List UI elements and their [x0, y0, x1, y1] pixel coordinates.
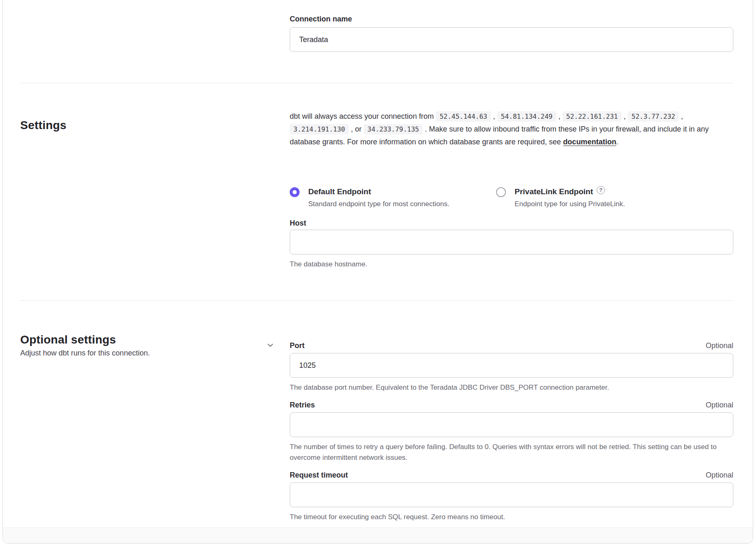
retries-input[interactable] — [290, 412, 733, 437]
port-helper-text: The database port number. Equivalent to … — [290, 382, 735, 393]
retries-label-row: Retries Optional — [290, 401, 733, 410]
host-helper-text: The database hostname. — [290, 259, 735, 270]
optional-settings-subtitle: Adjust how dbt runs for this connection. — [20, 349, 150, 358]
port-input[interactable] — [290, 353, 733, 378]
optional-badge: Optional — [706, 341, 733, 350]
ip-address-chip: 3.214.191.130 — [290, 124, 349, 134]
request-timeout-input[interactable] — [290, 482, 733, 507]
port-label-row: Port Optional — [290, 341, 733, 350]
section-divider — [20, 83, 733, 83]
default-endpoint-description: Standard endpoint type for most connecti… — [308, 199, 449, 209]
settings-section-title: Settings — [20, 119, 66, 132]
ip-access-note: dbt will always access your connection f… — [290, 110, 735, 148]
optional-badge: Optional — [706, 471, 733, 480]
ip-address-chip: 34.233.79.135 — [364, 124, 423, 134]
connection-settings-page: Connection name Settings dbt will always… — [0, 0, 756, 546]
request-timeout-helper-text: The timeout for executing each SQL reque… — [290, 512, 735, 522]
host-input[interactable] — [290, 230, 733, 254]
optional-badge: Optional — [706, 401, 733, 410]
endpoint-radio-group: Default Endpoint Standard endpoint type … — [290, 186, 625, 209]
collapse-optional-settings-button[interactable] — [265, 340, 276, 351]
chevron-down-icon — [266, 341, 274, 349]
connection-name-input[interactable] — [290, 27, 733, 52]
privatelink-endpoint-label: PrivateLink Endpoint — [515, 186, 593, 197]
form-card-footer — [3, 527, 753, 543]
documentation-link[interactable]: documentation — [563, 138, 616, 146]
retries-label: Retries — [290, 401, 315, 410]
ip-address-chip: 54.81.134.249 — [497, 111, 556, 122]
ip-address-chip: 52.45.144.63 — [436, 111, 491, 122]
connection-name-label: Connection name — [290, 15, 352, 24]
optional-settings-title: Optional settings — [20, 333, 150, 346]
section-divider — [20, 300, 733, 301]
ip-address-chip: 52.3.77.232 — [628, 111, 679, 122]
help-icon[interactable]: ? — [597, 186, 605, 194]
host-label: Host — [290, 219, 306, 228]
default-endpoint-option[interactable]: Default Endpoint Standard endpoint type … — [290, 186, 496, 209]
privatelink-endpoint-radio[interactable] — [496, 187, 506, 197]
request-timeout-label: Request timeout — [290, 471, 348, 480]
retries-helper-text: The number of times to retry a query bef… — [290, 442, 735, 463]
port-label: Port — [290, 341, 305, 350]
default-endpoint-label: Default Endpoint — [308, 186, 449, 197]
privatelink-endpoint-description: Endpoint type for using PrivateLink. — [515, 199, 625, 209]
privatelink-endpoint-option[interactable]: PrivateLink Endpoint ? Endpoint type for… — [496, 186, 625, 209]
optional-settings-header: Optional settings Adjust how dbt runs fo… — [20, 333, 150, 358]
request-timeout-label-row: Request timeout Optional — [290, 471, 733, 480]
ip-address-chip: 52.22.161.231 — [562, 111, 621, 122]
default-endpoint-radio[interactable] — [290, 187, 300, 197]
